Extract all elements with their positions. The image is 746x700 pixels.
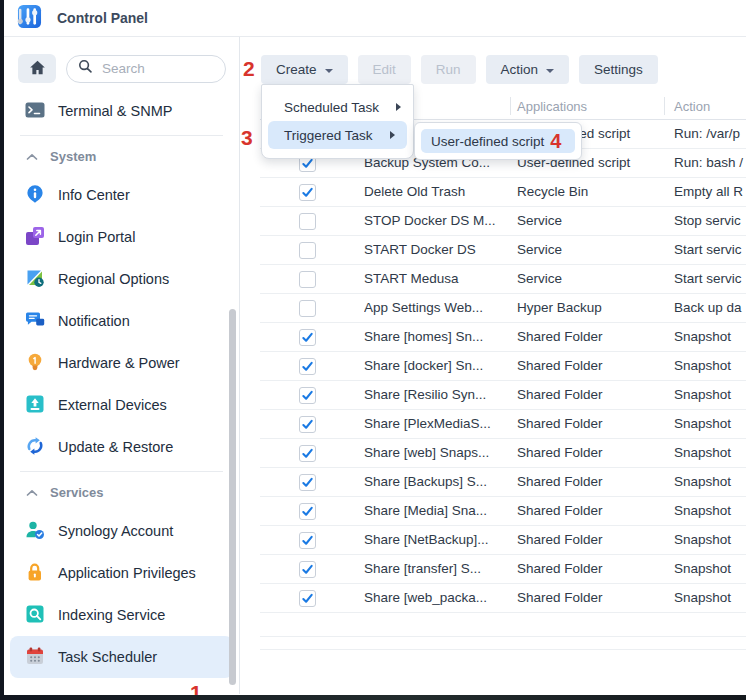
sidebar-item-label: Hardware & Power	[58, 355, 180, 371]
sidebar-item-application-privileges[interactable]: Application Privileges	[10, 552, 233, 594]
sidebar-item-label: Indexing Service	[58, 607, 165, 623]
sidebar-scrollbar-thumb[interactable]	[229, 309, 236, 685]
task-row[interactable]: Share [web_packa... Shared Folder Snapsh…	[260, 584, 746, 613]
task-row[interactable]: Share [PlexMediaS... Shared Folder Snaps…	[260, 410, 746, 439]
cell-task-name: START Medusa	[364, 265, 511, 293]
cell-application: Shared Folder	[517, 323, 662, 351]
sidebar-item-notification[interactable]: Notification	[10, 300, 233, 342]
task-row[interactable]: STOP Docker DS M... Service Stop servic	[260, 207, 746, 236]
control-panel-window: Control Panel	[4, 0, 746, 695]
row-checkbox[interactable]	[299, 503, 316, 520]
menu-item-scheduled-task[interactable]: Scheduled Task	[262, 93, 413, 121]
menu-item-triggered-task[interactable]: Triggered Task	[268, 121, 407, 149]
login-portal-icon	[25, 226, 45, 249]
sidebar-item-info-center[interactable]: Info Center	[10, 174, 233, 216]
header-applications[interactable]: Applications	[517, 99, 587, 114]
sidebar-item-update-restore[interactable]: Update & Restore	[10, 426, 233, 468]
row-checkbox[interactable]	[299, 445, 316, 462]
sidebar-item-task-scheduler[interactable]: Task Scheduler	[10, 636, 233, 678]
cell-action: Snapshot	[674, 323, 746, 351]
task-row[interactable]: Share [NetBackup]... Shared Folder Snaps…	[260, 526, 746, 555]
task-row[interactable]: Share [homes] Sn... Shared Folder Snapsh…	[260, 323, 746, 352]
sidebar-nav: Terminal & SNMP System Info Center	[4, 90, 239, 678]
row-checkbox[interactable]	[299, 271, 316, 288]
sidebar-item-indexing-service[interactable]: Indexing Service	[10, 594, 233, 636]
row-checkbox[interactable]	[299, 561, 316, 578]
cell-action: Snapshot	[674, 584, 746, 612]
task-row[interactable]: App Settings Web... Hyper Backup Back up…	[260, 294, 746, 323]
cell-task-name: START Docker DS	[364, 236, 511, 264]
cell-application: Shared Folder	[517, 526, 662, 554]
page-title: Control Panel	[57, 10, 148, 26]
row-checkbox[interactable]	[299, 184, 316, 201]
sidebar-item-label: External Devices	[58, 397, 167, 413]
row-checkbox[interactable]	[299, 329, 316, 346]
chevron-up-icon	[26, 149, 38, 164]
row-checkbox[interactable]	[299, 387, 316, 404]
globe-clock-icon	[25, 268, 45, 291]
cell-application: Shared Folder	[517, 381, 662, 409]
cell-application: Shared Folder	[517, 468, 662, 496]
run-button[interactable]: Run	[421, 55, 476, 84]
row-checkbox[interactable]	[299, 590, 316, 607]
home-button[interactable]	[18, 54, 56, 83]
cell-task-name: Share [transfer] S...	[364, 555, 511, 583]
annotation-1: 1	[190, 682, 202, 695]
cell-action: Back up da	[674, 294, 746, 322]
sidebar-section-services[interactable]: Services	[4, 475, 239, 510]
info-pin-icon	[25, 184, 45, 207]
menu-item-user-defined-script[interactable]: User-defined script 4	[421, 129, 575, 153]
row-checkbox[interactable]	[299, 213, 316, 230]
sidebar-item-hardware-power[interactable]: Hardware & Power	[10, 342, 233, 384]
row-checkbox[interactable]	[299, 416, 316, 433]
task-row[interactable]: Share [Media] Sna... Shared Folder Snaps…	[260, 497, 746, 526]
sidebar-item-external-devices[interactable]: External Devices	[10, 384, 233, 426]
triggered-task-submenu: User-defined script 4	[414, 122, 582, 160]
lock-icon	[25, 562, 45, 585]
sidebar-item-label: Application Privileges	[58, 565, 196, 581]
create-button[interactable]: Create	[261, 55, 348, 84]
sidebar-item-label: Info Center	[58, 187, 130, 203]
sidebar-item-regional-options[interactable]: Regional Options	[10, 258, 233, 300]
cell-application: Service	[517, 265, 662, 293]
column-separator	[510, 97, 511, 115]
cell-task-name: Share [docker] Sn...	[364, 352, 511, 380]
search-box[interactable]	[66, 55, 226, 83]
row-checkbox[interactable]	[299, 358, 316, 375]
task-row[interactable]: Share [web] Snaps... Shared Folder Snaps…	[260, 439, 746, 468]
edit-button[interactable]: Edit	[358, 55, 411, 84]
task-row[interactable]: Share [transfer] S... Shared Folder Snap…	[260, 555, 746, 584]
cell-action: Snapshot	[674, 352, 746, 380]
cell-action: Stop servic	[674, 207, 746, 235]
cell-task-name: Share [homes] Sn...	[364, 323, 511, 351]
sidebar-item-terminal-snmp[interactable]: Terminal & SNMP	[10, 90, 233, 132]
cell-action: Snapshot	[674, 381, 746, 409]
calendar-icon	[25, 646, 45, 669]
toolbar: Create Edit Run Action Settings	[261, 55, 658, 84]
sidebar-section-system[interactable]: System	[4, 139, 239, 174]
task-row[interactable]: Share [Backups] S... Shared Folder Snaps…	[260, 468, 746, 497]
cell-action: Snapshot	[674, 439, 746, 467]
cell-action: Snapshot	[674, 526, 746, 554]
sidebar-item-login-portal[interactable]: Login Portal	[10, 216, 233, 258]
header-action[interactable]: Action	[674, 99, 710, 114]
settings-button[interactable]: Settings	[579, 55, 658, 84]
task-row[interactable]: START Docker DS Service Start servic	[260, 236, 746, 265]
sidebar-item-label: Regional Options	[58, 271, 169, 287]
sidebar-item-label: Login Portal	[58, 229, 135, 245]
task-row[interactable]: Share [docker] Sn... Shared Folder Snaps…	[260, 352, 746, 381]
row-checkbox[interactable]	[299, 242, 316, 259]
annotation-3: 3	[241, 127, 253, 148]
sidebar-item-synology-account[interactable]: Synology Account	[10, 510, 233, 552]
action-button[interactable]: Action	[486, 55, 570, 84]
row-checkbox[interactable]	[299, 532, 316, 549]
cell-application: Recycle Bin	[517, 178, 662, 206]
task-row[interactable]: Delete Old Trash Recycle Bin Empty all R	[260, 178, 746, 207]
row-checkbox[interactable]	[299, 300, 316, 317]
row-checkbox[interactable]	[299, 474, 316, 491]
usb-eject-icon	[25, 394, 45, 417]
task-row[interactable]: Share [Resilio Syn... Shared Folder Snap…	[260, 381, 746, 410]
task-scheduler-panel: Create Edit Run Action Settings	[240, 37, 746, 694]
task-row[interactable]: START Medusa Service Start servic	[260, 265, 746, 294]
search-input[interactable]	[100, 60, 214, 77]
